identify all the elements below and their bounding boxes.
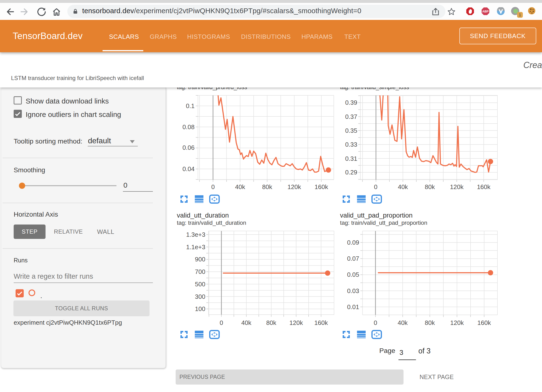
svg-text:80k: 80k bbox=[425, 319, 435, 326]
svg-text:0.09: 0.09 bbox=[347, 239, 359, 246]
svg-text:ABP: ABP bbox=[482, 10, 489, 13]
svg-text:0.35: 0.35 bbox=[345, 127, 357, 134]
svg-text:1.3e+3: 1.3e+3 bbox=[186, 231, 205, 238]
svg-text:80k: 80k bbox=[425, 183, 435, 190]
svg-text:0.1: 0.1 bbox=[186, 102, 195, 110]
svg-text:0: 0 bbox=[374, 183, 377, 190]
svg-text:tag: train/valid_utt_pad_propo: tag: train/valid_utt_pad_proportion bbox=[340, 219, 427, 226]
svg-text:40k: 40k bbox=[241, 319, 252, 326]
svg-text:100: 100 bbox=[195, 305, 205, 312]
svg-text:0.05: 0.05 bbox=[347, 271, 359, 278]
svg-text:120k: 120k bbox=[450, 183, 464, 190]
svg-text:0.33: 0.33 bbox=[345, 141, 357, 148]
svg-text:80k: 80k bbox=[262, 183, 272, 190]
svg-text:160k: 160k bbox=[314, 319, 328, 326]
svg-text:40k: 40k bbox=[398, 183, 408, 190]
svg-text:valid_utt_duration: valid_utt_duration bbox=[177, 212, 229, 219]
svg-text:1: 1 bbox=[519, 13, 521, 17]
svg-text:0.01: 0.01 bbox=[347, 303, 359, 311]
svg-text:900: 900 bbox=[195, 256, 205, 263]
svg-text:160k: 160k bbox=[315, 183, 328, 190]
svg-text:0: 0 bbox=[211, 183, 215, 190]
svg-text:0.04: 0.04 bbox=[182, 165, 195, 173]
svg-text:120k: 120k bbox=[450, 319, 464, 326]
svg-text:0.08: 0.08 bbox=[182, 123, 195, 131]
svg-text:40k: 40k bbox=[235, 183, 245, 190]
svg-text:1.1e+3: 1.1e+3 bbox=[186, 243, 205, 251]
svg-text:40k: 40k bbox=[398, 319, 408, 326]
svg-text:160k: 160k bbox=[477, 183, 490, 190]
svg-text:0.07: 0.07 bbox=[347, 255, 359, 262]
svg-text:80k: 80k bbox=[266, 319, 277, 326]
svg-text:tag: train/valid_utt_duration: tag: train/valid_utt_duration bbox=[177, 219, 246, 226]
svg-text:0.03: 0.03 bbox=[347, 287, 359, 294]
svg-text:0.31: 0.31 bbox=[345, 155, 357, 162]
svg-text:0.39: 0.39 bbox=[345, 99, 357, 106]
svg-text:300: 300 bbox=[195, 293, 205, 300]
svg-text:120k: 120k bbox=[289, 319, 303, 326]
svg-text:700: 700 bbox=[195, 268, 205, 275]
svg-text:160k: 160k bbox=[477, 319, 491, 326]
svg-text:0: 0 bbox=[374, 319, 377, 326]
svg-text:120k: 120k bbox=[288, 183, 301, 190]
svg-text:0.06: 0.06 bbox=[182, 144, 195, 151]
svg-text:valid_utt_pad_proportion: valid_utt_pad_proportion bbox=[340, 212, 413, 219]
svg-text:0: 0 bbox=[220, 319, 223, 326]
svg-text:500: 500 bbox=[195, 281, 205, 288]
svg-text:0.29: 0.29 bbox=[345, 169, 357, 176]
svg-text:0.37: 0.37 bbox=[345, 113, 357, 120]
